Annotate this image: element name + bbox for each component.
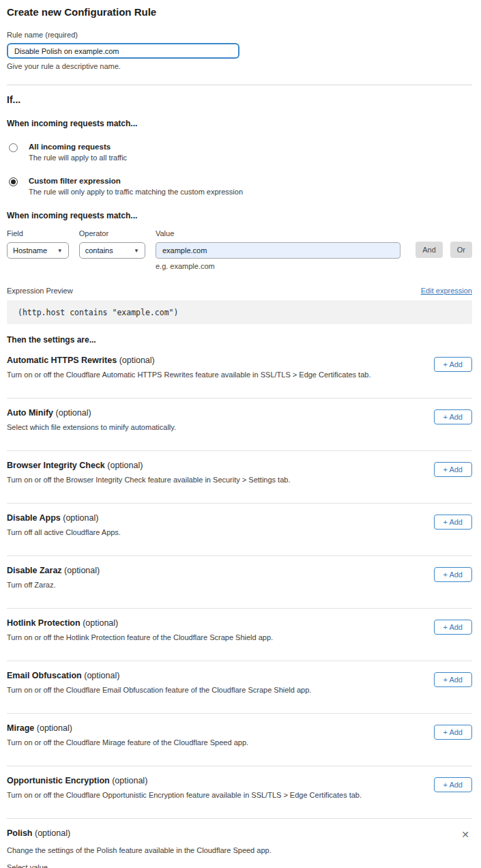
operator-select[interactable]: contains ▼ — [79, 242, 145, 259]
add-setting-button[interactable]: + Add — [434, 567, 472, 582]
add-setting-button[interactable]: + Add — [434, 409, 472, 424]
setting-row: Hotlink Protection (optional) Turn on or… — [7, 609, 472, 661]
setting-description: Turn on or off the Cloudflare Automatic … — [7, 371, 370, 379]
radio-option-description: The rule will apply to all traffic — [29, 154, 127, 162]
setting-title: Browser Integrity Check (optional) — [7, 461, 290, 470]
create-configuration-rule-form: Create new Configuration Rule Rule name … — [0, 0, 481, 868]
radio-button[interactable] — [9, 177, 18, 186]
radio-option-custom-filter-expression[interactable]: Custom filter expression The rule will o… — [7, 177, 472, 196]
rule-name-help: Give your rule a descriptive name. — [7, 62, 472, 70]
setting-description: Select which file extensions to minify a… — [7, 423, 176, 431]
polish-description: Change the settings of the Polish featur… — [7, 846, 472, 854]
setting-row: Auto Minify (optional) Select which file… — [7, 399, 472, 451]
setting-row: Mirage (optional) Turn on or off the Clo… — [7, 714, 472, 766]
setting-title: Opportunistic Encryption (optional) — [7, 776, 362, 785]
setting-title: Email Obfuscation (optional) — [7, 671, 311, 680]
close-icon[interactable]: ✕ — [458, 828, 472, 841]
expression-preview-label: Expression Preview — [7, 287, 73, 295]
setting-description: Turn off all active Cloudflare Apps. — [7, 528, 121, 536]
radio-option-all-incoming-requests[interactable]: All incoming requests The rule will appl… — [7, 143, 472, 162]
chevron-down-icon: ▼ — [57, 248, 63, 254]
expression-preview-code: (http.host contains "example.com") — [7, 300, 472, 324]
setting-description: Turn on or off the Cloudflare Opportunis… — [7, 791, 362, 799]
edit-expression-link[interactable]: Edit expression — [421, 287, 472, 295]
incoming-requests-subheading: When incoming requests match... — [7, 119, 472, 128]
add-setting-button[interactable]: + Add — [434, 515, 472, 530]
add-setting-button[interactable]: + Add — [434, 620, 472, 635]
value-help: e.g. example.com — [156, 262, 400, 270]
setting-description: Turn on or off the Cloudflare Email Obfu… — [7, 686, 311, 694]
match-type-radio-group: All incoming requests The rule will appl… — [7, 143, 472, 196]
setting-title: Disable Apps (optional) — [7, 513, 121, 523]
field-select-value: Hostname — [13, 246, 47, 255]
setting-title: Automatic HTTPS Rewrites (optional) — [7, 356, 370, 365]
add-setting-button[interactable]: + Add — [434, 777, 472, 792]
operator-select-value: contains — [85, 246, 113, 255]
polish-select-label: Select value — [7, 863, 472, 868]
then-settings-heading: Then the settings are... — [7, 335, 472, 345]
setting-row: Disable Apps (optional) Turn off all act… — [7, 504, 472, 556]
add-setting-button[interactable]: + Add — [434, 725, 472, 740]
setting-title: Disable Zaraz (optional) — [7, 566, 100, 575]
setting-description: Turn on or off the Hotlink Protection fe… — [7, 633, 273, 641]
value-label: Value — [156, 229, 400, 237]
add-setting-button[interactable]: + Add — [434, 672, 472, 687]
field-select[interactable]: Hostname ▼ — [7, 242, 69, 259]
value-input[interactable] — [156, 242, 400, 259]
add-setting-button[interactable]: + Add — [434, 462, 472, 477]
setting-row: Opportunistic Encryption (optional) Turn… — [7, 766, 472, 819]
page-title: Create new Configuration Rule — [7, 6, 472, 18]
setting-title: Mirage (optional) — [7, 723, 248, 733]
radio-option-description: The rule will only apply to traffic matc… — [29, 188, 243, 196]
setting-row: Email Obfuscation (optional) Turn on or … — [7, 661, 472, 714]
add-setting-button[interactable]: + Add — [434, 357, 472, 372]
setting-row: Browser Integrity Check (optional) Turn … — [7, 451, 472, 504]
expression-builder-row: Field Hostname ▼ Operator contains ▼ Val… — [7, 229, 472, 270]
setting-title: Auto Minify (optional) — [7, 408, 176, 418]
radio-button[interactable] — [9, 143, 18, 152]
setting-row: Automatic HTTPS Rewrites (optional) Turn… — [7, 346, 472, 399]
operator-label: Operator — [79, 229, 145, 237]
setting-title: Polish (optional) — [7, 828, 70, 838]
polish-setting-row: Polish (optional) ✕ Change the settings … — [7, 819, 472, 868]
rule-name-input[interactable] — [7, 43, 239, 59]
setting-description: Turn on or off the Browser Integrity Che… — [7, 476, 290, 484]
setting-row: Disable Zaraz (optional) Turn off Zaraz.… — [7, 556, 472, 609]
setting-title: Hotlink Protection (optional) — [7, 618, 273, 628]
if-heading: If... — [7, 94, 472, 105]
rule-name-label: Rule name (required) — [7, 31, 472, 39]
radio-option-label: All incoming requests — [29, 143, 127, 151]
field-label: Field — [7, 229, 69, 237]
setting-description: Turn off Zaraz. — [7, 581, 100, 589]
or-button[interactable]: Or — [450, 242, 472, 258]
setting-description: Turn on or off the Cloudflare Mirage fea… — [7, 738, 248, 747]
section-divider — [7, 85, 472, 85]
radio-option-label: Custom filter expression — [29, 177, 243, 185]
and-button[interactable]: And — [416, 242, 443, 258]
settings-list: Automatic HTTPS Rewrites (optional) Turn… — [7, 346, 472, 819]
matcher-subheading: When incoming requests match... — [7, 211, 472, 220]
chevron-down-icon: ▼ — [134, 248, 139, 254]
